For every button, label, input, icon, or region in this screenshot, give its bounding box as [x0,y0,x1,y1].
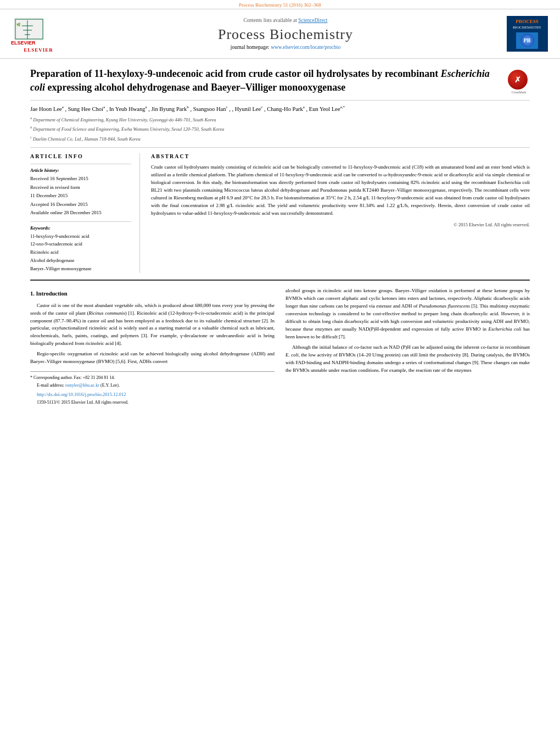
keywords-section: Keywords: 11-hexyloxy-9-undecenoic acid … [30,221,131,272]
affiliations: a Department of Chemical Engineering, Ky… [30,115,530,143]
keyword-3: Ricinoleic acid [30,249,131,256]
section-divider [30,280,530,281]
crossmark-logo: ✗ CrossMark [508,70,530,94]
received-revised-label: Received in revised form [30,184,131,192]
article-info-column: ARTICLE INFO Article history: Received 1… [30,153,140,273]
issn-line: 1359-5113/© 2015 Elsevier Ltd. All right… [30,399,275,406]
email-link[interactable]: eunylee@khu.ac.kr [65,383,99,388]
intro-heading: 1. Introduction [30,289,275,298]
science-direct-link[interactable]: ScienceDirect [298,18,327,23]
crossmark-label: CrossMark [508,91,530,94]
keyword-1: 11-hexyloxy-9-undecenoic acid [30,233,131,240]
article-history-block: Article history: Received 16 September 2… [30,164,131,217]
citation-text: Process Biochemistry 51 (2016) 362–368 [239,2,321,8]
received-revised-date: 11 December 2015 [30,192,131,200]
article-info-abstract: ARTICLE INFO Article history: Received 1… [30,147,530,273]
intro-right-para-2: Although the initial balance of co-facto… [285,344,530,375]
keywords-label: Keywords: [30,225,131,231]
article-title: Preparation of 11-hexyloxy-9-undecenoic … [30,67,502,94]
body-left-column: 1. Introduction Castor oil is one of the… [30,287,275,407]
crossmark-icon: ✗ [508,70,528,90]
footnote-email: E-mail address: eunylee@khu.ac.kr (E.Y. … [30,382,275,389]
history-label: Article history: [30,168,131,173]
logo-graphic: PB [516,32,538,49]
homepage-link[interactable]: www.elsevier.com/locate/procbio [271,44,340,50]
process-biochemistry-logo: PROCESS BIOCHEMISTRY PB [505,16,549,52]
doi-link[interactable]: http://dx.doi.org/10.1016/j.procbio.2015… [37,392,126,397]
doi-line: http://dx.doi.org/10.1016/j.procbio.2015… [30,391,275,398]
abstract-text: Crude castor oil hydrolysates mainly con… [151,164,530,217]
footnote-corresponding: * Corresponding author. Fax: +82 31 204 … [30,375,275,381]
footnote-section: * Corresponding author. Fax: +82 31 204 … [30,371,275,406]
journal-title: Process Biochemistry [71,26,500,43]
available-online-date: Available online 28 December 2015 [30,209,131,217]
received-date: Received 16 September 2015 [30,175,131,183]
abstract-section: ABSTRACT Crude castor oil hydrolysates m… [151,153,530,273]
accepted-date: Accepted 16 December 2015 [30,201,131,209]
affiliation-c: c Daelim Chemical Co. Ltd., Haman 718-84… [30,135,530,143]
keyword-2: 12-oxo-9-octadecenoic acid [30,241,131,248]
article-title-section: Preparation of 11-hexyloxy-9-undecenoic … [30,67,530,101]
intro-para-1: Castor oil is one of the most abundant v… [30,302,275,348]
authors-line: Jae Hoon Leea , Sung Hee Choia , In Yeub… [30,105,530,112]
journal-header: 🌿 ELSEVIER ELSEVIER Contents lists avail… [0,9,560,59]
contents-list-label: Contents lists available at ScienceDirec… [71,18,500,23]
article-info-header: ARTICLE INFO [30,153,131,159]
elsevier-svg: 🌿 ELSEVIER [11,15,66,45]
journal-info-center: Contents lists available at ScienceDirec… [71,18,500,50]
journal-homepage: journal homepage: www.elsevier.com/locat… [71,44,500,50]
main-content: Preparation of 11-hexyloxy-9-undecenoic … [0,59,560,412]
affiliation-a: a Department of Chemical Engineering, Ky… [30,115,530,124]
keyword-5: Baeyer–Villiger monooxygenase [30,265,131,272]
elsevier-wordmark: ELSEVIER [11,47,66,53]
keyword-4: Alcohol dehydrogenase [30,257,131,264]
logo-box: PROCESS BIOCHEMISTRY PB [507,16,548,52]
svg-text:ELSEVIER: ELSEVIER [11,40,36,45]
body-right-column: alcohol groups in ricinoleic acid into k… [285,287,530,407]
journal-citation: Process Biochemistry 51 (2016) 362–368 [0,0,560,9]
copyright-notice: © 2015 Elsevier Ltd. All rights reserved… [151,222,530,227]
intro-right-para-1: alcohol groups in ricinoleic acid into k… [285,287,530,341]
svg-text:🌿: 🌿 [16,23,21,27]
body-section: 1. Introduction Castor oil is one of the… [30,287,530,407]
elsevier-logo: 🌿 ELSEVIER ELSEVIER [11,15,66,53]
abstract-header: ABSTRACT [151,153,530,159]
affiliation-b: b Department of Food Science and Enginee… [30,125,530,133]
svg-rect-1 [14,18,44,41]
intro-para-2: Regio-specific oxygenation of ricinoleic… [30,350,275,366]
